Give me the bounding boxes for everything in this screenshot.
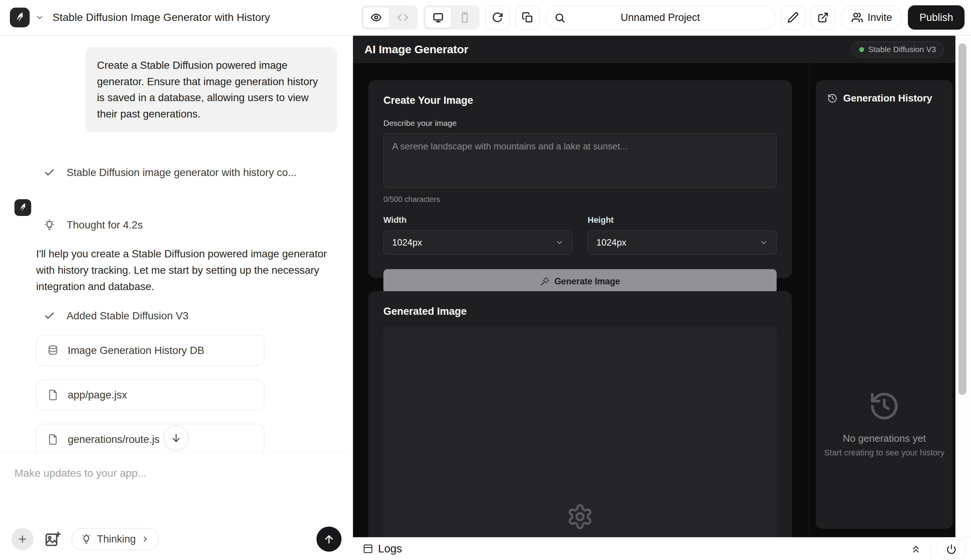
chat-composer: Thinking: [0, 452, 353, 560]
chevron-down-icon: [555, 238, 564, 247]
width-label: Width: [384, 215, 572, 225]
project-header: Stable Diffusion Image Generator with Hi…: [0, 8, 353, 27]
users-icon: [851, 12, 863, 23]
model-status-badge: Stable Diffusion V3: [851, 42, 944, 57]
project-name: Unnamed Project: [621, 12, 700, 23]
char-counter: 0/500 characters: [384, 195, 777, 204]
height-select[interactable]: 1024px: [587, 230, 777, 255]
scroll-to-bottom-button[interactable]: [164, 426, 188, 450]
app-header: AI Image Generator Stable Diffusion V3: [353, 36, 955, 63]
edit-button[interactable]: [781, 5, 805, 30]
height-value: 1024px: [596, 237, 626, 248]
status-dot: [859, 47, 864, 52]
generated-image-placeholder: Your generated image will appear here: [384, 326, 777, 537]
composer-input[interactable]: [15, 467, 339, 513]
refresh-button[interactable]: [486, 5, 510, 30]
create-card-title: Create Your Image: [384, 95, 777, 107]
history-empty-state: No generations yet Start creating to see…: [816, 390, 953, 458]
open-external-button[interactable]: [811, 5, 835, 30]
width-select[interactable]: 1024px: [384, 230, 572, 255]
view-mode-toggle: [361, 5, 418, 30]
history-empty-subtitle: Start creating to see your history: [816, 448, 953, 458]
file-icon: [47, 434, 58, 445]
code-mode-button[interactable]: [389, 7, 416, 28]
chevron-down-icon[interactable]: [35, 13, 44, 22]
mobile-view-button[interactable]: [452, 7, 478, 28]
thinking-mode-button[interactable]: Thinking: [72, 528, 159, 550]
card-label: generations/route.js: [68, 433, 160, 445]
top-header: Stable Diffusion Image Generator with Hi…: [0, 0, 971, 36]
app-logo[interactable]: [10, 8, 30, 27]
publish-button[interactable]: Publish: [908, 5, 964, 30]
logs-bar: Logs: [353, 537, 971, 560]
composer-actions: Thinking: [12, 527, 342, 552]
response-paragraph: I'll help you create a Stable Diffusion …: [36, 246, 331, 295]
logs-divider: [931, 540, 931, 558]
monitor-icon: [432, 12, 444, 23]
power-icon: [946, 544, 956, 554]
eye-icon: [370, 12, 382, 23]
app-body: Create Your Image Describe your image 0/…: [353, 63, 955, 537]
logo-swoosh-icon: [13, 11, 26, 24]
check-icon: [44, 310, 55, 322]
chat-message-list[interactable]: Create a Stable Diffusion powered image …: [0, 36, 353, 452]
file-icon: [47, 389, 58, 401]
generated-image-card: Generated Image Your generated image wil…: [368, 291, 792, 537]
height-label: Height: [587, 215, 777, 225]
added-row: Added Stable Diffusion V3: [36, 310, 327, 322]
column-divider: [809, 63, 809, 537]
create-image-card: Create Your Image Describe your image 0/…: [368, 80, 792, 278]
thought-label: Thought for 4.2s: [67, 219, 143, 231]
history-empty-title: No generations yet: [816, 433, 953, 445]
lightbulb-icon: [44, 219, 55, 231]
thought-row[interactable]: Thought for 4.2s: [36, 219, 327, 231]
send-button[interactable]: [317, 527, 342, 552]
chevron-down-icon: [759, 238, 768, 247]
preview-mode-button[interactable]: [363, 7, 389, 28]
describe-label: Describe your image: [384, 118, 777, 128]
pencil-icon: [787, 12, 799, 23]
file-card-page[interactable]: app/page.jsx: [36, 379, 264, 410]
width-value: 1024px: [392, 237, 422, 248]
arrow-up-icon: [323, 533, 335, 545]
app-title: AI Image Generator: [364, 43, 468, 56]
history-title: Generation History: [843, 92, 932, 104]
copy-button[interactable]: [516, 5, 540, 30]
desktop-view-button[interactable]: [425, 7, 452, 28]
power-button[interactable]: [937, 540, 966, 558]
history-icon: [827, 93, 838, 103]
lightbulb-icon: [81, 534, 92, 544]
arrow-down-icon: [171, 433, 182, 443]
model-badge-label: Stable Diffusion V3: [868, 45, 936, 54]
check-icon: [44, 167, 55, 178]
card-label: app/page.jsx: [68, 389, 127, 401]
file-card-route[interactable]: generations/route.js: [36, 424, 264, 452]
response-title-row[interactable]: Stable Diffusion image generator with hi…: [36, 167, 327, 179]
prompt-input[interactable]: [384, 133, 777, 188]
gear-icon: [566, 503, 594, 530]
assistant-avatar: [15, 199, 31, 216]
external-link-icon: [818, 12, 829, 23]
added-label: Added Stable Diffusion V3: [67, 310, 189, 322]
device-toggle: [423, 5, 480, 30]
app-preview-pane: AI Image Generator Stable Diffusion V3 C…: [353, 36, 971, 560]
card-label: Image Generation History DB: [68, 345, 204, 357]
integration-card-db[interactable]: Image Generation History DB: [36, 335, 264, 366]
project-url-bar[interactable]: Unnamed Project: [546, 5, 775, 30]
code-icon: [397, 12, 409, 23]
smartphone-icon: [459, 12, 470, 23]
scrollbar-thumb[interactable]: [958, 43, 966, 395]
add-attachment-button[interactable]: [12, 528, 33, 550]
history-icon: [868, 390, 900, 422]
image-add-icon[interactable]: [44, 531, 61, 547]
generation-history-panel: Generation History No generations yet St…: [816, 80, 953, 529]
preview-toolbar: Unnamed Project Invite Publish: [353, 5, 971, 30]
expand-logs-button[interactable]: [910, 543, 921, 555]
generate-image-button[interactable]: Generate Image: [384, 269, 777, 293]
plus-icon: [17, 534, 28, 544]
invite-button[interactable]: Invite: [841, 5, 903, 30]
dimensions-row: Width 1024px Height 1024px: [384, 215, 777, 255]
chevron-right-icon: [141, 535, 150, 543]
generate-label: Generate Image: [554, 277, 620, 287]
preview-scrollbar[interactable]: [955, 36, 971, 537]
